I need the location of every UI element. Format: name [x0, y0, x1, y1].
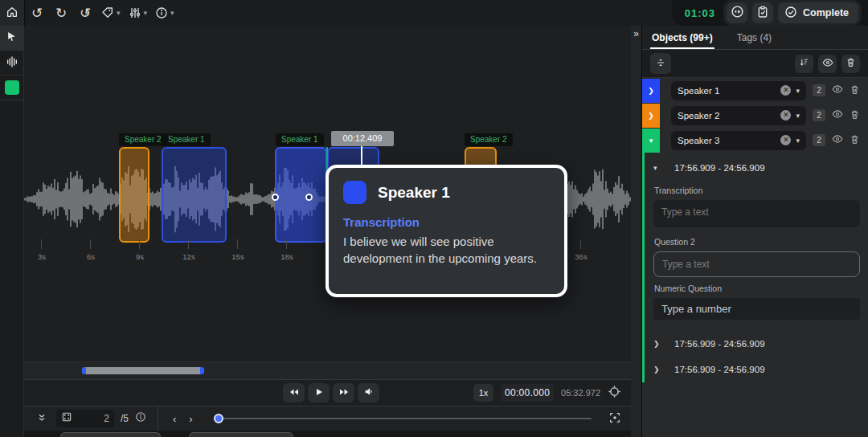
- reset-x-icon: ✕: [84, 10, 89, 17]
- waveform-canvas[interactable]: Speaker 2 Speaker 1 Speaker 1 Speaker 2 …: [24, 26, 631, 361]
- audio-segment-speaker2[interactable]: [119, 147, 149, 243]
- info-menu-button[interactable]: ▾: [151, 0, 178, 26]
- chevron-right-icon: ❯: [648, 87, 654, 95]
- fast-forward-button[interactable]: [333, 383, 354, 402]
- redo-icon: ↻: [55, 6, 67, 20]
- scrollbar-thumb[interactable]: [82, 367, 204, 374]
- chevron-down-icon[interactable]: ▾: [796, 137, 800, 145]
- undo-button[interactable]: ↺: [25, 0, 49, 26]
- rewind-button[interactable]: [283, 383, 305, 402]
- expand-panel-button[interactable]: »: [631, 26, 641, 42]
- toggle-visibility-all-button[interactable]: [818, 55, 837, 73]
- volume-icon: [363, 386, 375, 399]
- merge-segments-button[interactable]: [650, 53, 671, 74]
- panel-toolbar-right: [795, 55, 860, 73]
- play-button[interactable]: [308, 383, 330, 402]
- playback-settings-button[interactable]: [608, 385, 621, 401]
- tooltip-section-label: Transcription: [343, 215, 550, 229]
- segment-resize-handle[interactable]: [272, 194, 279, 201]
- select-tool-button[interactable]: [0, 26, 23, 51]
- fit-to-view-button[interactable]: [608, 411, 621, 427]
- instance-range-row-collapsed[interactable]: ❯ 17:56.909 - 24:56.909: [653, 357, 860, 382]
- transcription-field-label: Transcription: [654, 186, 860, 195]
- numeric-question-input[interactable]: [653, 298, 860, 320]
- eye-icon: [832, 84, 843, 97]
- delete-object-button[interactable]: [850, 134, 860, 147]
- trash-icon: [850, 134, 860, 147]
- object-name-pill[interactable]: Speaker 1 ✕ ▾: [671, 81, 806, 100]
- chevron-down-icon[interactable]: ▾: [796, 87, 800, 95]
- volume-button[interactable]: [358, 383, 379, 402]
- current-time-display[interactable]: 00:00.000: [501, 384, 554, 402]
- trash-icon: [850, 109, 860, 122]
- sort-icon: [799, 57, 809, 70]
- instance-range-row[interactable]: ▾ 17:56.909 - 24:56.909: [653, 157, 860, 178]
- segment-resize-handle[interactable]: [305, 194, 313, 201]
- delete-object-button[interactable]: [850, 84, 860, 97]
- eye-icon: [832, 108, 843, 122]
- playback-speed-button[interactable]: 1x: [473, 384, 493, 402]
- page-slider[interactable]: [214, 414, 592, 423]
- audio-segment-speaker1[interactable]: [162, 147, 227, 243]
- tag-menu-button[interactable]: ▾: [97, 0, 125, 26]
- delete-object-button[interactable]: [850, 109, 860, 122]
- chevron-down-icon: ▾: [653, 164, 661, 172]
- redo-button[interactable]: ↻: [49, 0, 73, 26]
- info-icon: [155, 6, 168, 19]
- page-input-box[interactable]: 2: [56, 410, 114, 427]
- annotation-tooltip: Speaker 1 Transcription I believe we wil…: [326, 165, 567, 297]
- timeline-tick: [90, 239, 91, 249]
- segment-label: Speaker 2: [119, 133, 167, 146]
- undo-icon: ↺: [31, 6, 43, 20]
- slider-track[interactable]: [214, 418, 592, 419]
- collapse-panel-button[interactable]: [34, 413, 50, 425]
- tab-objects[interactable]: Objects (99+): [650, 26, 714, 49]
- sort-button[interactable]: [795, 55, 813, 73]
- toggle-visibility-button[interactable]: [832, 108, 843, 122]
- frame-icon: [61, 411, 72, 426]
- expand-object-chip[interactable]: ❯: [642, 79, 660, 103]
- complete-button[interactable]: Complete: [778, 2, 858, 23]
- clear-class-icon[interactable]: ✕: [780, 85, 791, 96]
- record-button[interactable]: [727, 2, 747, 23]
- page-number-value[interactable]: 2: [77, 413, 109, 424]
- tab-tags[interactable]: Tags (4): [735, 26, 773, 49]
- object-name-pill[interactable]: Speaker 3 ✕ ▾: [671, 131, 806, 150]
- audio-segment-tool-button[interactable]: [0, 51, 23, 76]
- toggle-visibility-button[interactable]: [832, 133, 843, 147]
- drawer-item-stub[interactable]: [189, 432, 293, 437]
- trash-icon: [850, 84, 860, 97]
- delete-all-button[interactable]: [841, 55, 860, 73]
- expand-object-chip[interactable]: ❯: [642, 104, 660, 128]
- transcription-input[interactable]: [653, 200, 860, 227]
- object-name-pill[interactable]: Speaker 2 ✕ ▾: [671, 106, 806, 125]
- instance-range-row-collapsed[interactable]: ❯ 17:56.909 - 24:56.909: [653, 331, 860, 357]
- toggle-visibility-button[interactable]: [832, 84, 843, 97]
- instance-count-badge: 2: [813, 84, 825, 96]
- topbar: ↺ ↻ ↺ ✕ ▾ ▾ ▾: [0, 0, 868, 26]
- question2-input[interactable]: [653, 251, 860, 277]
- clear-class-icon[interactable]: ✕: [780, 135, 791, 145]
- expanded-instance-group: ▾ 17:56.909 - 24:56.909 Transcription Qu…: [642, 153, 868, 382]
- drawer-item-stub[interactable]: [60, 432, 161, 437]
- class-color-button[interactable]: [0, 76, 23, 100]
- clear-class-icon[interactable]: ✕: [780, 110, 791, 120]
- sliders-icon: [129, 6, 141, 19]
- filters-menu-button[interactable]: ▾: [125, 0, 152, 26]
- home-button[interactable]: [0, 0, 24, 26]
- previous-page-button[interactable]: ‹: [170, 413, 179, 425]
- focus-frame-icon: [608, 411, 621, 427]
- chevron-down-icon[interactable]: ▾: [796, 112, 800, 120]
- tool-strip: [0, 26, 24, 437]
- home-icon: [6, 6, 18, 21]
- panel-collapse-strip: »: [631, 26, 642, 437]
- reset-annotations-button[interactable]: ↺ ✕: [73, 0, 97, 26]
- workspace: Speaker 2 Speaker 1 Speaker 1 Speaker 2 …: [0, 26, 868, 437]
- collapse-object-chip[interactable]: ▾: [642, 129, 660, 153]
- audio-segment-speaker1-selected[interactable]: [275, 147, 327, 243]
- slider-knob[interactable]: [214, 414, 223, 423]
- topbar-right: 01:03 Complete: [672, 0, 868, 26]
- instance-time-range: 17:56.909 - 24:56.909: [674, 365, 765, 374]
- tasks-button[interactable]: [752, 2, 773, 23]
- next-page-button[interactable]: ›: [186, 413, 195, 425]
